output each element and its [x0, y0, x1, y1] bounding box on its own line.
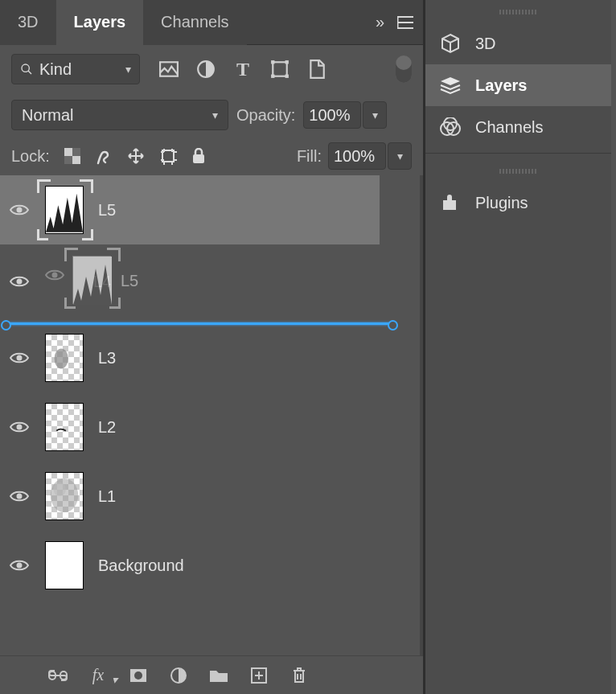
- lock-label: Lock:: [11, 147, 50, 166]
- lock-all-icon[interactable]: [191, 148, 206, 164]
- opacity-label: Opacity:: [236, 106, 295, 125]
- delete-layer-button[interactable]: [290, 666, 309, 685]
- layer-row-l2[interactable]: L2: [0, 392, 420, 462]
- layer-thumbnail[interactable]: [45, 472, 84, 520]
- chevron-down-icon: ▾: [397, 150, 403, 162]
- side-item-layers[interactable]: Layers: [425, 64, 611, 106]
- blend-mode-select[interactable]: Normal ▾: [11, 100, 228, 130]
- side-item-plugins[interactable]: Plugins: [425, 182, 611, 224]
- svg-point-21: [17, 425, 23, 430]
- svg-rect-3: [273, 62, 286, 76]
- side-item-3d[interactable]: 3D: [425, 23, 611, 64]
- visibility-toggle[interactable]: [8, 270, 31, 293]
- side-panel-bar: 3D Layers Channels Plugins: [423, 0, 611, 694]
- search-icon: [20, 63, 33, 76]
- svg-point-25: [17, 563, 23, 569]
- layer-thumbnail[interactable]: [45, 334, 84, 382]
- svg-point-23: [51, 478, 79, 512]
- tab-3d[interactable]: 3D: [0, 0, 56, 45]
- layer-thumbnail[interactable]: [45, 403, 84, 451]
- side-item-label: Plugins: [475, 194, 528, 212]
- tab-layers[interactable]: Layers: [56, 0, 144, 45]
- svg-rect-13: [193, 154, 204, 163]
- filter-pixel-icon[interactable]: [159, 60, 179, 79]
- svg-point-0: [22, 64, 29, 72]
- svg-rect-10: [72, 148, 80, 156]
- layer-row-l1[interactable]: L1: [0, 462, 420, 531]
- link-layers-button[interactable]: [48, 666, 68, 685]
- panel-grip[interactable]: [499, 10, 538, 14]
- blend-row: Normal ▾ Opacity: 100% ▾: [0, 93, 423, 137]
- panel-grip[interactable]: [499, 169, 538, 174]
- panel-menu-button[interactable]: [397, 16, 413, 29]
- fill-label: Fill:: [297, 147, 322, 166]
- filter-toggle[interactable]: [396, 55, 412, 83]
- layer-name[interactable]: Background: [98, 556, 184, 575]
- side-item-channels[interactable]: Channels: [425, 106, 611, 148]
- svg-point-24: [54, 483, 66, 496]
- opacity-input[interactable]: 100%: [303, 101, 361, 129]
- opacity-dropdown[interactable]: ▾: [363, 101, 387, 129]
- side-item-label: Channels: [475, 118, 544, 137]
- visibility-toggle[interactable]: [8, 416, 31, 438]
- svg-point-19: [17, 355, 23, 361]
- add-mask-button[interactable]: [129, 666, 148, 685]
- layer-row-background[interactable]: Background: [0, 531, 420, 600]
- visibility-toggle[interactable]: [8, 554, 31, 577]
- layer-effects-button[interactable]: fx▾: [88, 666, 108, 685]
- svg-rect-5: [285, 60, 289, 64]
- fill-input[interactable]: 100%: [328, 142, 386, 170]
- new-group-button[interactable]: [209, 666, 228, 685]
- fill-dropdown[interactable]: ▾: [388, 142, 412, 170]
- layers-footer: fx▾: [0, 655, 423, 694]
- layer-row-l5[interactable]: L5: [0, 175, 380, 244]
- svg-point-14: [17, 207, 23, 213]
- tab-channels[interactable]: Channels: [143, 0, 247, 45]
- layer-name[interactable]: L3: [98, 349, 116, 368]
- lock-artboard-icon[interactable]: [159, 147, 177, 165]
- lock-image-icon[interactable]: [95, 147, 113, 165]
- svg-point-17: [52, 273, 58, 278]
- lock-position-icon[interactable]: [127, 147, 145, 165]
- side-separator: [425, 153, 611, 164]
- svg-rect-9: [72, 156, 80, 164]
- plugin-icon: [438, 194, 462, 211]
- layer-name[interactable]: L2: [98, 418, 116, 437]
- new-adjustment-button[interactable]: [169, 666, 188, 685]
- layers-icon: [438, 76, 462, 95]
- svg-rect-8: [64, 148, 72, 156]
- filter-kind-select[interactable]: Kind ▾: [11, 54, 140, 84]
- layer-name[interactable]: L5: [98, 201, 116, 220]
- svg-rect-12: [162, 150, 174, 162]
- layers-list[interactable]: L5 L4 L5: [0, 175, 423, 655]
- layer-thumbnail[interactable]: [45, 186, 84, 234]
- channels-icon: [438, 117, 462, 137]
- drag-ghost: L5: [37, 248, 125, 317]
- chevron-down-icon: ▾: [372, 109, 378, 121]
- blend-mode-value: Normal: [22, 106, 73, 125]
- layers-panel: 3D Layers Channels » Kind ▾ T Normal ▾: [0, 0, 423, 694]
- lock-row: Lock: Fill: 100% ▾: [0, 137, 423, 175]
- chevron-down-icon: ▾: [125, 63, 131, 76]
- filter-smartobject-icon[interactable]: [307, 60, 326, 79]
- lock-transparency-icon[interactable]: [64, 148, 80, 164]
- panel-tabs: 3D Layers Channels »: [0, 0, 423, 45]
- filter-type-icon[interactable]: T: [233, 60, 253, 79]
- layer-row-l3[interactable]: L3: [0, 323, 420, 392]
- visibility-toggle[interactable]: [8, 347, 31, 369]
- filter-adjustment-icon[interactable]: [196, 60, 216, 79]
- filter-shape-icon[interactable]: [270, 60, 290, 79]
- visibility-toggle[interactable]: [8, 485, 31, 507]
- layer-thumbnail[interactable]: [45, 541, 84, 589]
- svg-point-16: [17, 279, 23, 285]
- chevron-down-icon: ▾: [212, 109, 218, 121]
- visibility-toggle[interactable]: [8, 199, 31, 221]
- svg-rect-11: [64, 156, 72, 164]
- layer-name[interactable]: L4: [93, 273, 111, 291]
- layer-filter-row: Kind ▾ T: [0, 45, 423, 93]
- layer-name[interactable]: L1: [98, 487, 116, 506]
- new-layer-button[interactable]: [249, 666, 269, 685]
- expand-tabs-button[interactable]: »: [376, 13, 384, 31]
- layer-row-l4[interactable]: L4 L5: [0, 244, 420, 318]
- svg-rect-4: [271, 60, 274, 64]
